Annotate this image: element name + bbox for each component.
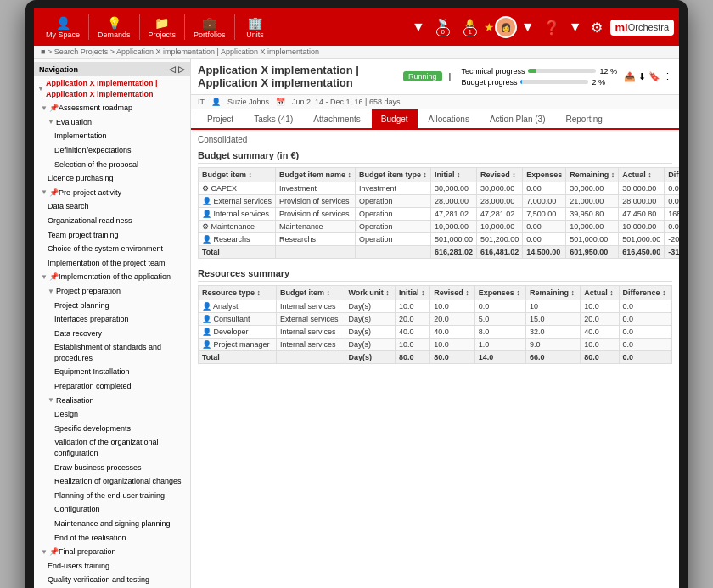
help-icon[interactable]: ❓ — [539, 18, 564, 37]
avatar[interactable]: 👩 — [495, 16, 517, 38]
col-res-actual[interactable]: Actual ↕ — [581, 286, 619, 300]
tab-actionplan[interactable]: Action Plan (3) — [480, 109, 555, 128]
progress-area: Technical progress 12 % Budget progress — [461, 67, 617, 87]
nav-myspace[interactable]: 👤 My Space — [39, 13, 87, 42]
col-budget-item[interactable]: Budget item ↕ — [199, 168, 276, 182]
col-expenses[interactable]: Expenses — [523, 168, 566, 182]
tab-tasks[interactable]: Tasks (41) — [244, 109, 302, 128]
tree-item-config[interactable]: Configuration — [34, 502, 190, 517]
resources-table-row: 👤 Consultant External services Day(s) 20… — [199, 313, 672, 326]
col-res-initial[interactable]: Initial ↕ — [396, 286, 430, 300]
tree-item-selection[interactable]: Selection of the proposal — [34, 158, 190, 172]
tree-item-assessment[interactable]: ▼ 📌 Assessment roadmap — [34, 101, 190, 115]
col-res-budget-item[interactable]: Budget item ↕ — [276, 286, 345, 300]
share-icon[interactable]: 📤 — [624, 71, 636, 82]
more-icon[interactable]: ⋮ — [663, 71, 672, 82]
col-res-difference[interactable]: Difference ↕ — [619, 286, 671, 300]
tree-item-root[interactable]: ▼ Application X Implementation | Applica… — [34, 76, 190, 101]
tree-item-finalprep[interactable]: ▼ 📌 Final preparation — [34, 545, 190, 559]
bell-notification[interactable]: 🔔 1 — [457, 17, 484, 38]
col-res-expenses[interactable]: Expenses ↕ — [474, 286, 525, 300]
tree-item-definition[interactable]: Definition/expectations — [34, 143, 190, 158]
col-budget-item-name[interactable]: Budget item name ↕ — [276, 168, 356, 182]
tree-toggle-root[interactable]: ▼ — [37, 84, 44, 93]
initial-cell: 616,281.02 — [431, 246, 477, 259]
avatar-dropdown-icon[interactable]: ▼ — [517, 18, 539, 36]
col-resource-type[interactable]: Resource type ↕ — [199, 286, 277, 300]
units-icon: 🏢 — [248, 16, 262, 30]
rss-count: 0 — [436, 27, 450, 36]
main-layout: Navigation ◁ ▷ ▼ Application X Implement… — [34, 59, 679, 588]
tree-item-datasearch[interactable]: Data search — [34, 199, 190, 214]
resource-type-cell: 👤 Consultant — [199, 313, 277, 326]
rss-notification[interactable]: 📡 0 — [429, 17, 457, 38]
budget-table-row: ⚙ Maintenance Maintenance Operation 10,0… — [199, 221, 680, 233]
tree-item-validation[interactable]: Validation of the organizational configu… — [34, 435, 190, 460]
dropdown-arrow-icon[interactable]: ▼ — [407, 18, 429, 36]
tree-item-orgchange[interactable]: Realization of organizational changes — [34, 474, 190, 489]
tree-item-design[interactable]: Design — [34, 407, 190, 422]
tree-item-projprep[interactable]: ▼ Project preparation — [34, 284, 190, 299]
tab-project[interactable]: Project — [198, 109, 243, 128]
tree-item-business[interactable]: Draw business processes — [34, 461, 190, 475]
tree-item-org[interactable]: Organizational readiness — [34, 214, 190, 228]
tree-item-specific[interactable]: Specific developments — [34, 422, 190, 436]
col-res-remaining[interactable]: Remaining ↕ — [525, 286, 580, 300]
col-difference[interactable]: Difference ↕ — [665, 168, 679, 182]
tree-item-implapp[interactable]: ▼ 📌 Implementation of the application — [34, 270, 190, 284]
download-icon[interactable]: ⬇ — [638, 71, 646, 82]
col-remaining[interactable]: Remaining ↕ — [566, 168, 619, 182]
res-actual-cell: 10.0 — [581, 339, 619, 351]
tree-item-preproject[interactable]: ▼ 📌 Pre-project activity — [34, 186, 190, 200]
remaining-cell: 601,950.00 — [566, 246, 619, 259]
nav-sep-2 — [139, 14, 140, 40]
revised-cell: 10,000.00 — [477, 221, 523, 233]
resources-table-header: Resource type ↕ Budget item ↕ Work unit … — [199, 286, 672, 300]
tree-toggle-assessment[interactable]: ▼ — [41, 104, 48, 113]
tree-item-eutraining[interactable]: End-users training — [34, 559, 190, 574]
tree-item-datarecov[interactable]: Data recovery — [34, 327, 190, 341]
tree-item-licence[interactable]: Licence purchasing — [34, 171, 190, 186]
bookmark-icon[interactable]: 🔖 — [648, 71, 660, 82]
tab-allocations[interactable]: Allocations — [419, 109, 479, 128]
tab-reporting[interactable]: Reporting — [557, 109, 612, 128]
remaining-cell: 10,000.00 — [566, 221, 619, 233]
col-revised[interactable]: Revised ↕ — [477, 168, 523, 182]
col-work-unit[interactable]: Work unit ↕ — [345, 286, 396, 300]
tree-item-projteam[interactable]: Implementation of the project team — [34, 256, 190, 271]
tree-item-equipment[interactable]: Equipment Installation — [34, 365, 190, 379]
tab-attachments[interactable]: Attachments — [304, 109, 370, 128]
tab-budget[interactable]: Budget — [372, 109, 418, 128]
tree-item-evaluation[interactable]: ▼ Evaluation — [34, 115, 190, 130]
nav-projects[interactable]: 📁 Projects — [142, 13, 183, 42]
col-initial[interactable]: Initial ↕ — [431, 168, 477, 182]
col-res-revised[interactable]: Revised ↕ — [430, 286, 475, 300]
tree-item-realisation[interactable]: ▼ Realisation — [34, 394, 190, 408]
tree-item-maint[interactable]: Maintenance and signing planning — [34, 517, 190, 531]
tree-item-endreal[interactable]: End of the realisation — [34, 531, 190, 546]
remaining-cell: 501,000.00 — [566, 233, 619, 246]
dept-label: IT — [198, 98, 205, 106]
calendar-icon: 📅 — [276, 98, 285, 106]
nav-units[interactable]: 🏢 Units — [237, 13, 274, 42]
nav-arrows[interactable]: ◁ ▷ — [169, 64, 185, 74]
col-actual[interactable]: Actual ↕ — [619, 168, 665, 182]
nav-demands[interactable]: 💡 Demands — [91, 13, 138, 42]
tree-item-interfaces[interactable]: Interfaces preparation — [34, 312, 190, 327]
tree-item-prepcomplete[interactable]: Preparation completed — [34, 379, 190, 394]
tree-item-implementation[interactable]: Implementation — [34, 129, 190, 143]
help-dropdown-icon[interactable]: ▼ — [564, 18, 587, 36]
nav-portfolios[interactable]: 💼 Portfolios — [187, 13, 233, 42]
tree-item-system[interactable]: Choice of the system environment — [34, 242, 190, 256]
star-icon[interactable]: ★ — [484, 20, 495, 34]
demands-icon: 💡 — [107, 16, 121, 30]
col-budget-type[interactable]: Budget item type ↕ — [356, 168, 431, 182]
res-expenses-cell: 8.0 — [474, 326, 525, 339]
tree-item-training[interactable]: Team project training — [34, 228, 190, 243]
tree-item-standards[interactable]: Establishment of standards and procedure… — [34, 340, 190, 365]
tree-item-projplan[interactable]: Project planning — [34, 299, 190, 313]
tree-item-enduser[interactable]: Planning of the end-user training — [34, 489, 190, 503]
work-unit-cell: Day(s) — [345, 326, 396, 339]
settings-icon[interactable]: ⚙ — [587, 18, 607, 37]
tree-item-quality[interactable]: Quality verification and testing — [34, 573, 190, 587]
